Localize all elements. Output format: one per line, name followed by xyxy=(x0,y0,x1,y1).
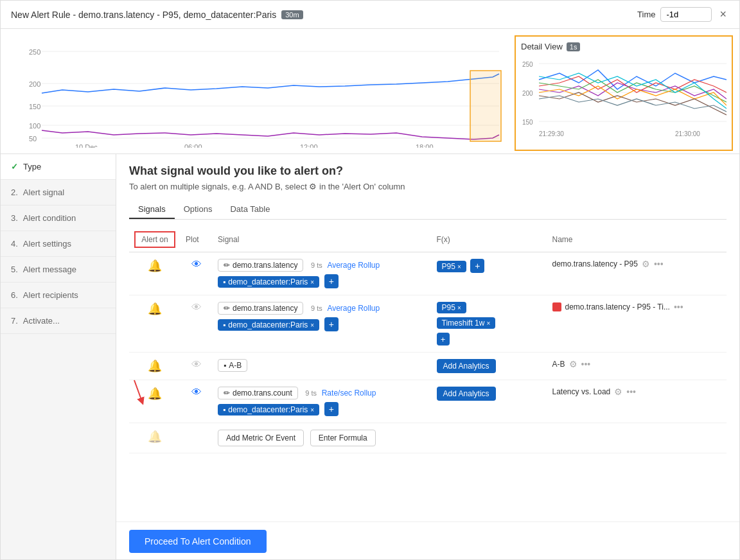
plot-header: Plot xyxy=(181,227,213,252)
pencil-icon: ✏ xyxy=(224,389,230,398)
remove-timeshift-b[interactable]: × xyxy=(486,320,490,327)
fx-pill-b-p95[interactable]: P95 × xyxy=(437,302,466,313)
more-icon-a[interactable]: ••• xyxy=(654,259,664,269)
sidebar-item-alert-settings[interactable]: 4. Alert settings xyxy=(1,231,116,257)
gear-icon-c[interactable]: ⚙ xyxy=(569,359,577,369)
svg-text:21:30:00: 21:30:00 xyxy=(675,130,700,137)
remove-filter-b[interactable]: × xyxy=(310,322,314,329)
detail-chart: 250 200 150 21:29:30 21:30:00 xyxy=(521,54,727,147)
svg-text:21:29:30: 21:29:30 xyxy=(539,130,564,137)
bell-icon-d[interactable]: 🔔 xyxy=(148,387,162,400)
signal-tabs: Signals Options Data Table xyxy=(129,200,727,220)
main-chart: 250 200 150 100 50 10 Dec 06:00 12:00 18… xyxy=(11,35,512,148)
table-row-e: 🔔 Add Metric Or Event Enter Formula xyxy=(129,423,727,453)
add-filter-b[interactable]: + xyxy=(324,317,339,331)
table-row: 🔔 👁 ✏ demo.trans.count xyxy=(129,380,727,423)
bell-icon-b[interactable]: 🔔 xyxy=(148,302,162,315)
filter-tag-d[interactable]: ▪ demo_datacenter:Paris × xyxy=(218,404,319,416)
add-filter-d[interactable]: + xyxy=(324,402,339,416)
settings-icon: ⚙ xyxy=(309,182,317,191)
table-row: 🔔 👁 ✏ demo.trans.latency xyxy=(129,252,727,295)
sidebar: ✓ Type 2. Alert signal 3. Alert conditio… xyxy=(1,154,116,560)
bell-icon-e: 🔔 xyxy=(148,430,162,443)
gear-icon-d[interactable]: ⚙ xyxy=(614,387,622,397)
name-cell-a: demo.trans.latency - P95 ⚙ ••• xyxy=(552,259,721,269)
rollup-b[interactable]: Average Rollup xyxy=(327,304,380,313)
filter-tag-a[interactable]: ▪ demo_datacenter:Paris × xyxy=(218,276,319,288)
sidebar-item-alert-message[interactable]: 5. Alert message xyxy=(1,257,116,283)
red-arrow xyxy=(123,377,148,409)
svg-text:150: 150 xyxy=(29,103,40,110)
remove-fx-a-p95[interactable]: × xyxy=(457,263,461,270)
detail-view-badge: 1s xyxy=(567,42,581,51)
name-header: Name xyxy=(547,227,727,252)
svg-text:250: 250 xyxy=(522,61,533,68)
time-input[interactable] xyxy=(660,7,712,22)
alert-on-header: Alert on xyxy=(134,231,175,248)
svg-text:200: 200 xyxy=(522,90,533,97)
svg-text:50: 50 xyxy=(29,135,37,143)
svg-line-23 xyxy=(134,380,142,401)
content-title: What signal would you like to alert on? xyxy=(129,164,727,178)
bell-icon-a[interactable]: 🔔 xyxy=(148,259,162,272)
proceed-button[interactable]: Proceed To Alert Condition xyxy=(129,530,267,553)
pencil-icon: ✏ xyxy=(224,304,230,313)
add-analytics-button-d[interactable]: Add Analytics xyxy=(437,387,496,401)
remove-filter-a[interactable]: × xyxy=(310,279,314,286)
table-row: 🔔 👁 ✏ demo.trans.latency xyxy=(129,295,727,353)
tab-options[interactable]: Options xyxy=(175,200,222,219)
eye-icon-c[interactable]: 👁 xyxy=(191,359,202,370)
bell-icon-c[interactable]: 🔔 xyxy=(148,360,162,372)
sidebar-item-alert-condition[interactable]: 3. Alert condition xyxy=(1,206,116,231)
name-cell-c: A-B ⚙ ••• xyxy=(552,359,721,369)
filter-tag-b[interactable]: ▪ demo_datacenter:Paris × xyxy=(218,319,319,331)
rollup-d[interactable]: Rate/sec Rollup xyxy=(322,389,376,398)
more-icon-b[interactable]: ••• xyxy=(674,302,683,312)
sidebar-item-alert-recipients[interactable]: 6. Alert recipients xyxy=(1,283,116,308)
timeshift-pill-b[interactable]: Timeshift 1w × xyxy=(437,317,496,329)
remove-filter-d[interactable]: × xyxy=(310,407,314,414)
eye-icon-b[interactable]: 👁 xyxy=(191,302,202,313)
sidebar-item-activate[interactable]: 7. Activate... xyxy=(1,308,116,334)
tab-signals[interactable]: Signals xyxy=(129,200,175,219)
signal-tag-b[interactable]: ✏ demo.trans.latency xyxy=(218,302,303,315)
signal-tag-c[interactable]: ▪ A-B xyxy=(218,359,247,372)
more-icon-c[interactable]: ••• xyxy=(581,359,591,369)
add-filter-a[interactable]: + xyxy=(324,274,339,288)
enter-formula-button[interactable]: Enter Formula xyxy=(310,430,376,446)
gear-icon-a[interactable]: ⚙ xyxy=(642,259,650,269)
remove-fx-b-p95[interactable]: × xyxy=(457,304,461,311)
sidebar-item-alert-signal[interactable]: 2. Alert signal xyxy=(1,180,116,206)
add-fx-a[interactable]: + xyxy=(470,259,484,273)
svg-text:250: 250 xyxy=(29,48,40,56)
svg-text:100: 100 xyxy=(29,122,40,130)
table-row: 🔔 👁 ▪ A-B xyxy=(129,353,727,380)
proceed-bar: Proceed To Alert Condition xyxy=(116,521,739,560)
svg-text:18:00: 18:00 xyxy=(416,143,434,148)
ts-count-d: 9 ts xyxy=(305,389,317,397)
pencil-icon: ✏ xyxy=(224,261,230,270)
content-subtitle: To alert on multiple signals, e.g. A AND… xyxy=(129,182,727,191)
eye-icon-d[interactable]: 👁 xyxy=(191,387,202,398)
add-analytics-button-c[interactable]: Add Analytics xyxy=(437,359,496,373)
name-cell-d: Latency vs. Load ⚙ ••• xyxy=(552,387,721,397)
eye-icon-a[interactable]: 👁 xyxy=(191,259,202,270)
more-icon-d[interactable]: ••• xyxy=(626,387,636,397)
chart-area: 250 200 150 100 50 10 Dec 06:00 12:00 18… xyxy=(1,29,739,154)
signal-tag-a[interactable]: ✏ demo.trans.latency xyxy=(218,259,303,272)
tab-data-table[interactable]: Data Table xyxy=(221,200,279,219)
close-button[interactable]: × xyxy=(717,8,729,21)
add-metric-button[interactable]: Add Metric Or Event xyxy=(218,430,304,446)
signal-tag-d[interactable]: ✏ demo.trans.count xyxy=(218,387,298,399)
detail-view-label: Detail View xyxy=(521,42,563,51)
svg-rect-14 xyxy=(470,71,501,141)
sidebar-item-type[interactable]: ✓ Type xyxy=(1,154,116,180)
svg-text:150: 150 xyxy=(522,119,533,126)
rollup-a[interactable]: Average Rollup xyxy=(327,261,380,270)
color-box-b xyxy=(552,302,561,311)
fx-pill-a-p95[interactable]: P95 × xyxy=(437,261,466,272)
add-fx-b[interactable]: + xyxy=(437,333,450,346)
svg-text:200: 200 xyxy=(29,80,40,88)
fx-header: F(x) xyxy=(432,227,547,252)
svg-text:10 Dec: 10 Dec xyxy=(75,143,98,148)
